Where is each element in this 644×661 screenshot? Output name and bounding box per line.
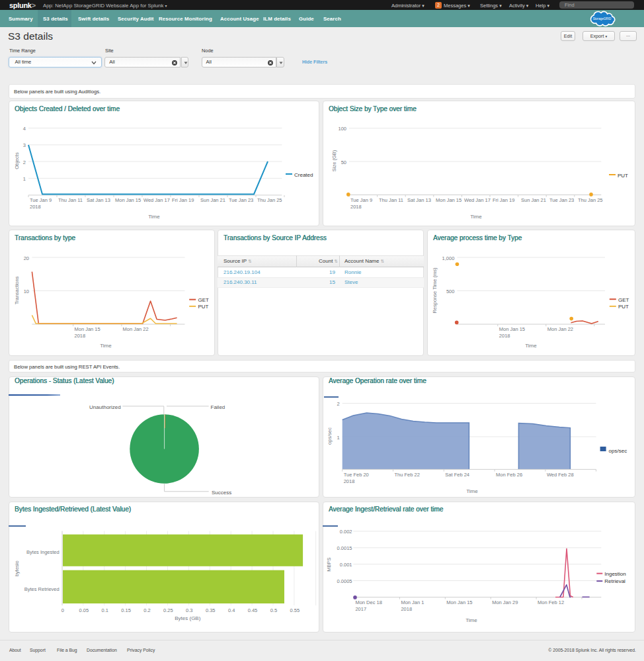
svg-text:Bytes Ingested: Bytes Ingested xyxy=(26,549,60,555)
svg-text:0.0005: 0.0005 xyxy=(337,578,352,584)
svg-text:2017: 2017 xyxy=(355,606,366,612)
svg-text:Mon Jan 29: Mon Jan 29 xyxy=(492,599,518,605)
svg-text:2018: 2018 xyxy=(401,606,412,612)
svg-text:1: 1 xyxy=(23,176,26,182)
svg-text:Time: Time xyxy=(148,214,160,220)
svg-text:0.55: 0.55 xyxy=(290,607,300,613)
svg-text:2018: 2018 xyxy=(30,204,41,210)
svg-text:2018: 2018 xyxy=(499,333,510,339)
svg-text:4: 4 xyxy=(23,126,26,132)
svg-text:Retrieval: Retrieval xyxy=(604,578,625,584)
svg-text:500: 500 xyxy=(446,288,455,294)
svg-text:0.2: 0.2 xyxy=(143,607,150,613)
svg-text:Wed Feb 28: Wed Feb 28 xyxy=(547,472,574,478)
svg-text:ops/sec: ops/sec xyxy=(327,427,333,445)
svg-text:1,000: 1,000 xyxy=(442,255,455,261)
svg-text:50: 50 xyxy=(341,159,346,165)
svg-text:Sat Feb 24: Sat Feb 24 xyxy=(445,472,469,478)
svg-text:0.1: 0.1 xyxy=(101,607,108,613)
svg-text:Mon Feb 26: Mon Feb 26 xyxy=(496,472,522,478)
svg-text:Time: Time xyxy=(466,488,478,494)
svg-text:Failed: Failed xyxy=(211,404,225,410)
svg-text:Bytes Retrieved: Bytes Retrieved xyxy=(24,586,60,592)
svg-text:2018: 2018 xyxy=(350,204,362,210)
svg-text:Thu Jan 25: Thu Jan 25 xyxy=(578,197,603,203)
svg-text:Response Time (ms): Response Time (ms) xyxy=(432,267,438,314)
svg-text:Sun Jan 21: Sun Jan 21 xyxy=(521,197,546,203)
svg-text:Time: Time xyxy=(100,343,112,349)
svg-text:Mon Jan 15: Mon Jan 15 xyxy=(499,326,525,332)
svg-text:Tue Jan 9: Tue Jan 9 xyxy=(350,197,372,203)
svg-text:2018: 2018 xyxy=(344,478,355,484)
svg-text:GET: GET xyxy=(198,297,210,303)
svg-text:Mon Jan 15: Mon Jan 15 xyxy=(75,326,101,332)
svg-text:0.25: 0.25 xyxy=(163,607,173,613)
svg-text:Mon Jan 15: Mon Jan 15 xyxy=(446,599,472,605)
svg-text:Success: Success xyxy=(212,490,231,496)
svg-text:Mon Feb 12: Mon Feb 12 xyxy=(538,599,564,605)
svg-text:Bytes (GB): Bytes (GB) xyxy=(175,615,200,621)
svg-text:2018: 2018 xyxy=(75,333,86,339)
svg-text:GET: GET xyxy=(618,297,629,303)
svg-text:Wed Jan 17: Wed Jan 17 xyxy=(143,197,170,203)
svg-text:Mon Jan 15: Mon Jan 15 xyxy=(436,197,462,203)
svg-text:1: 1 xyxy=(337,435,340,441)
svg-text:Tue Feb 20: Tue Feb 20 xyxy=(344,472,369,478)
svg-text:10: 10 xyxy=(24,288,29,294)
svg-text:Mon Dec 18: Mon Dec 18 xyxy=(355,599,382,605)
svg-text:2: 2 xyxy=(23,159,26,165)
svg-text:Thu Jan 25: Thu Jan 25 xyxy=(257,197,282,203)
svg-text:0.35: 0.35 xyxy=(206,607,216,613)
svg-text:Transactions: Transactions xyxy=(14,276,20,304)
svg-text:Tue Jan 23: Tue Jan 23 xyxy=(549,197,574,203)
svg-text:0.002: 0.002 xyxy=(340,529,352,535)
svg-text:100: 100 xyxy=(338,126,346,132)
svg-text:0: 0 xyxy=(61,607,64,613)
svg-text:MBPS: MBPS xyxy=(326,557,332,571)
svg-text:Size (GB): Size (GB) xyxy=(331,150,337,171)
svg-text:Mon Jan 15: Mon Jan 15 xyxy=(115,197,141,203)
svg-text:PUT: PUT xyxy=(618,173,628,179)
svg-text:Sat Jan 13: Sat Jan 13 xyxy=(87,197,110,203)
svg-text:0.05: 0.05 xyxy=(79,607,89,613)
svg-text:PUT: PUT xyxy=(618,304,629,310)
svg-text:2: 2 xyxy=(337,401,340,407)
svg-text:Time: Time xyxy=(525,343,537,349)
svg-text:Objects: Objects xyxy=(14,152,20,169)
svg-text:Sat Jan 13: Sat Jan 13 xyxy=(407,197,431,203)
svg-text:20: 20 xyxy=(24,255,29,261)
svg-text:Thu Feb 22: Thu Feb 22 xyxy=(395,472,420,478)
svg-text:0.45: 0.45 xyxy=(248,607,258,613)
svg-text:bytesio: bytesio xyxy=(14,560,20,576)
svg-text:Mon Jan 22: Mon Jan 22 xyxy=(547,326,573,332)
svg-text:Thu Jan 11: Thu Jan 11 xyxy=(379,197,403,203)
svg-text:0.5: 0.5 xyxy=(270,607,277,613)
svg-text:Fri Jan 19: Fri Jan 19 xyxy=(493,197,514,203)
svg-text:Fri Jan 19: Fri Jan 19 xyxy=(172,197,194,203)
svg-text:StorageGRID: StorageGRID xyxy=(593,17,612,21)
svg-text:Thu Jan 11: Thu Jan 11 xyxy=(58,197,83,203)
svg-text:Tue Jan 23: Tue Jan 23 xyxy=(229,197,253,203)
svg-text:Mon Jan 1: Mon Jan 1 xyxy=(401,599,424,605)
svg-text:Wed Jan 17: Wed Jan 17 xyxy=(464,197,491,203)
svg-text:Ingestion: Ingestion xyxy=(604,571,625,577)
svg-text:ops/sec: ops/sec xyxy=(609,448,627,454)
svg-text:0.001: 0.001 xyxy=(340,562,352,568)
svg-text:0.3: 0.3 xyxy=(186,607,192,613)
svg-text:Unauthorized: Unauthorized xyxy=(89,404,121,410)
svg-text:0.15: 0.15 xyxy=(121,607,131,613)
svg-text:0.4: 0.4 xyxy=(228,607,235,613)
svg-text:Tue Jan 9: Tue Jan 9 xyxy=(30,197,52,203)
svg-text:3: 3 xyxy=(23,142,26,148)
svg-text:Mon Jan 22: Mon Jan 22 xyxy=(123,326,149,332)
svg-text:Time: Time xyxy=(470,214,482,220)
svg-text:Created: Created xyxy=(294,172,313,178)
svg-text:Time: Time xyxy=(465,617,477,623)
svg-text:Sun Jan 21: Sun Jan 21 xyxy=(200,197,225,203)
svg-text:PUT: PUT xyxy=(198,304,209,310)
svg-text:0.0015: 0.0015 xyxy=(337,545,352,551)
